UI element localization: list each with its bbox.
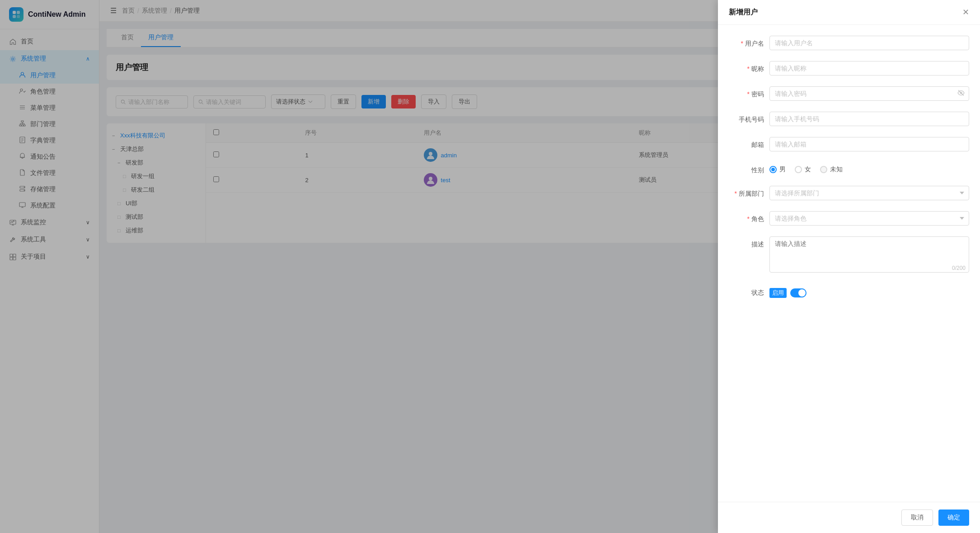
status-switch[interactable] <box>790 288 807 297</box>
drawer-title: 新增用户 <box>729 8 758 17</box>
status-value-label: 启用 <box>769 288 787 298</box>
gender-male[interactable]: 男 <box>769 165 786 174</box>
email-input[interactable] <box>769 137 969 151</box>
email-label: 邮箱 <box>729 137 769 150</box>
form-item-dept: 所属部门 请选择所属部门 <box>729 186 969 200</box>
form-item-status: 状态 启用 <box>729 285 969 298</box>
gender-unknown[interactable]: 未知 <box>820 165 843 174</box>
password-eye-icon[interactable] <box>957 90 965 98</box>
gender-radio-group: 男 女 未知 <box>769 162 969 174</box>
gender-male-label: 男 <box>779 165 786 174</box>
form-item-desc: 描述 0/200 <box>729 236 969 274</box>
phone-label: 手机号码 <box>729 112 769 124</box>
role-label: 角色 <box>729 211 769 224</box>
role-control: 请选择角色 <box>769 211 969 226</box>
username-control <box>769 36 969 50</box>
username-label: 用户名 <box>729 36 769 48</box>
username-input[interactable] <box>769 36 969 50</box>
desc-count: 0/200 <box>952 265 966 271</box>
nickname-control <box>769 61 969 75</box>
nickname-label: 昵称 <box>729 61 769 74</box>
radio-female-circle <box>795 166 802 173</box>
switch-thumb <box>798 289 806 297</box>
drawer-footer: 取消 确定 <box>718 502 980 533</box>
password-control <box>769 86 969 101</box>
gender-label: 性别 <box>729 162 769 175</box>
radio-unknown-circle <box>820 166 827 173</box>
status-control: 启用 <box>769 285 969 298</box>
status-label: 状态 <box>729 285 769 297</box>
desc-label: 描述 <box>729 236 769 249</box>
phone-control <box>769 112 969 126</box>
gender-female-label: 女 <box>805 165 811 174</box>
gender-unknown-label: 未知 <box>830 165 843 174</box>
dept-select[interactable]: 请选择所属部门 <box>769 186 969 200</box>
form-item-password: 密码 <box>729 86 969 101</box>
drawer-close-button[interactable]: ✕ <box>962 7 969 17</box>
phone-input[interactable] <box>769 112 969 126</box>
form-item-nickname: 昵称 <box>729 61 969 75</box>
drawer-body: 用户名 昵称 密码 手机号 <box>718 25 980 502</box>
add-user-drawer: 新增用户 ✕ 用户名 昵称 密码 <box>718 0 980 533</box>
form-item-gender: 性别 男 女 未知 <box>729 162 969 175</box>
desc-textarea[interactable] <box>769 236 969 273</box>
nickname-input[interactable] <box>769 61 969 75</box>
form-item-email: 邮箱 <box>729 137 969 151</box>
dept-control: 请选择所属部门 <box>769 186 969 200</box>
form-item-role: 角色 请选择角色 <box>729 211 969 226</box>
form-item-username: 用户名 <box>729 36 969 50</box>
radio-male-circle <box>769 166 777 173</box>
desc-textarea-wrap: 0/200 <box>769 236 969 274</box>
dept-label: 所属部门 <box>729 186 769 198</box>
password-label: 密码 <box>729 86 769 99</box>
gender-control: 男 女 未知 <box>769 162 969 174</box>
password-input[interactable] <box>769 86 969 101</box>
role-select[interactable]: 请选择角色 <box>769 211 969 226</box>
confirm-button[interactable]: 确定 <box>938 509 969 526</box>
cancel-button[interactable]: 取消 <box>901 509 933 526</box>
password-wrap <box>769 86 969 101</box>
gender-female[interactable]: 女 <box>795 165 811 174</box>
drawer-header: 新增用户 ✕ <box>718 0 980 25</box>
desc-control: 0/200 <box>769 236 969 274</box>
email-control <box>769 137 969 151</box>
status-switch-wrap: 启用 <box>769 285 969 298</box>
form-item-phone: 手机号码 <box>729 112 969 126</box>
